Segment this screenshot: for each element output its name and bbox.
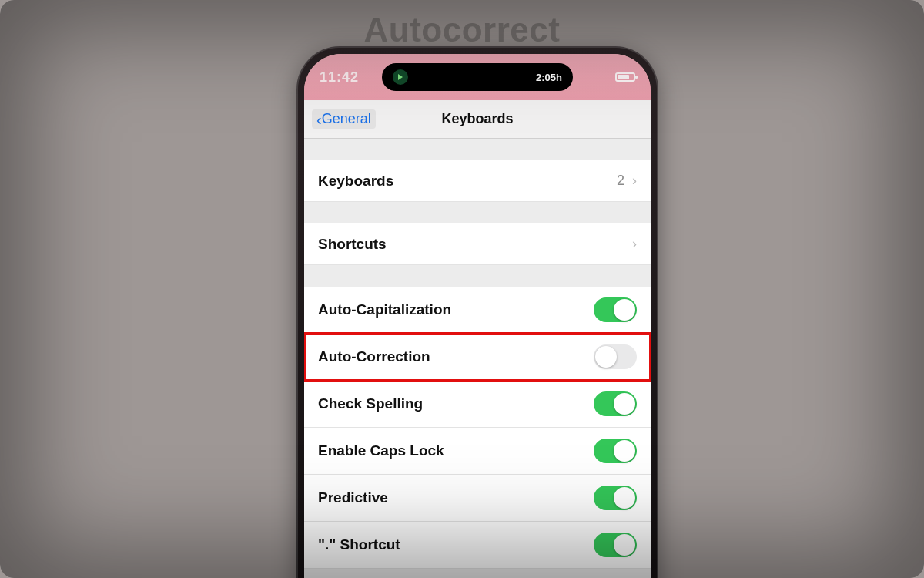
section-footer: Double tapping the space bar will insert… bbox=[304, 569, 651, 578]
row-label: Shortcuts bbox=[318, 236, 387, 253]
row-label: Auto-Capitalization bbox=[318, 301, 451, 318]
row-predictive[interactable]: Predictive bbox=[304, 475, 651, 522]
battery-icon bbox=[615, 72, 635, 82]
row-label: Auto-Correction bbox=[318, 348, 430, 365]
section-gap bbox=[304, 265, 651, 287]
row-label: Enable Caps Lock bbox=[318, 442, 444, 459]
section-gap bbox=[304, 202, 651, 223]
phone-screen: 11:42 2:05h ‹ General Keyboards bbox=[304, 54, 651, 578]
row-auto-correction[interactable]: Auto-Correction bbox=[304, 334, 651, 381]
row-label: Predictive bbox=[318, 489, 388, 506]
back-button[interactable]: ‹ General bbox=[312, 109, 376, 129]
row-shortcuts[interactable]: Shortcuts › bbox=[304, 223, 651, 265]
page-heading: Autocorrect bbox=[0, 11, 924, 49]
row-check-spelling[interactable]: Check Spelling bbox=[304, 381, 651, 428]
toggle-predictive[interactable] bbox=[594, 486, 637, 510]
row-label: Check Spelling bbox=[318, 395, 423, 412]
chevron-left-icon: ‹ bbox=[316, 112, 322, 127]
settings-list: Keyboards 2 › Shortcuts › Auto bbox=[304, 139, 651, 578]
status-time: 11:42 bbox=[320, 69, 359, 86]
row-value: 2 bbox=[617, 173, 624, 189]
toggle-caps-lock[interactable] bbox=[594, 439, 637, 463]
chevron-right-icon: › bbox=[632, 173, 637, 189]
play-icon bbox=[393, 69, 408, 85]
row-dot-shortcut[interactable]: "." Shortcut bbox=[304, 522, 651, 569]
row-enable-caps-lock[interactable]: Enable Caps Lock bbox=[304, 428, 651, 475]
row-label: Keyboards bbox=[318, 173, 393, 190]
phone-frame: 11:42 2:05h ‹ General Keyboards bbox=[296, 46, 658, 578]
toggle-auto-capitalization[interactable] bbox=[594, 297, 637, 322]
dynamic-island: 2:05h bbox=[382, 63, 573, 91]
row-label: "." Shortcut bbox=[318, 536, 400, 553]
status-right bbox=[615, 72, 635, 82]
toggle-dot-shortcut[interactable] bbox=[594, 533, 637, 557]
row-keyboards[interactable]: Keyboards 2 › bbox=[304, 160, 651, 202]
chevron-right-icon: › bbox=[632, 236, 637, 252]
back-label: General bbox=[322, 111, 371, 127]
row-auto-capitalization[interactable]: Auto-Capitalization bbox=[304, 287, 651, 334]
island-text: 2:05h bbox=[536, 72, 562, 83]
status-bar: 11:42 2:05h bbox=[304, 54, 651, 100]
toggle-check-spelling[interactable] bbox=[594, 391, 637, 416]
section-gap bbox=[304, 139, 651, 160]
toggle-auto-correction[interactable] bbox=[594, 344, 637, 369]
stage: Autocorrect 11:42 2:05h ‹ General Keyboa… bbox=[0, 0, 924, 578]
nav-bar: ‹ General Keyboards bbox=[304, 100, 651, 139]
